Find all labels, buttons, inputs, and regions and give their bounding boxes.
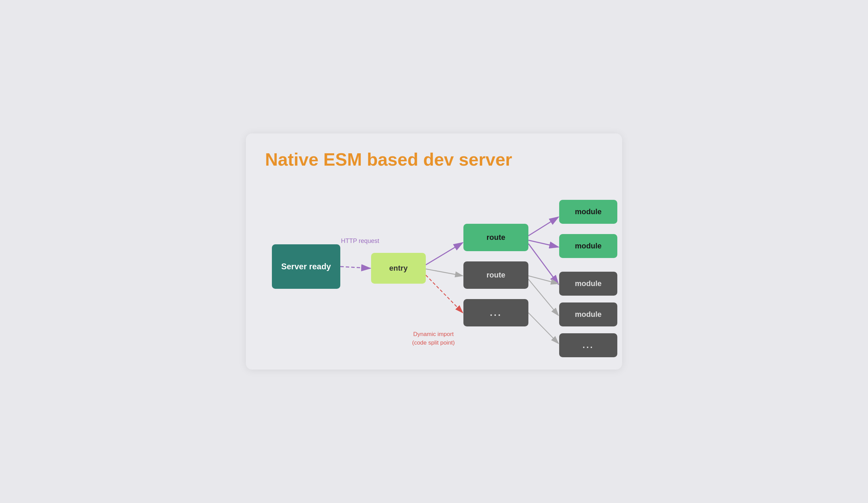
svg-line-5 xyxy=(528,240,558,247)
module-2-node: module xyxy=(559,234,617,258)
svg-line-3 xyxy=(426,275,463,313)
svg-line-1 xyxy=(426,243,463,265)
module-4-node: module xyxy=(559,302,617,327)
module-5-node: ... xyxy=(559,333,617,357)
server-ready-node: Server ready xyxy=(272,244,340,289)
entry-node: entry xyxy=(371,253,426,284)
svg-line-6 xyxy=(528,244,558,284)
svg-line-2 xyxy=(426,269,463,276)
route-green-node: route xyxy=(463,224,528,251)
http-request-label: HTTP request xyxy=(341,237,379,245)
svg-line-7 xyxy=(528,276,558,284)
svg-line-4 xyxy=(528,217,558,236)
module-3-node: module xyxy=(559,272,617,296)
dynamic-import-label: Dynamic import(code split point) xyxy=(412,330,455,347)
route-gray-node: route xyxy=(463,261,528,289)
svg-line-9 xyxy=(528,313,558,343)
module-1-node: module xyxy=(559,200,617,224)
dots-gray-node: ... xyxy=(463,299,528,327)
slide-title: Native ESM based dev server xyxy=(265,150,603,170)
slide: Native ESM based dev server xyxy=(246,133,622,369)
svg-line-8 xyxy=(528,279,558,316)
svg-line-0 xyxy=(340,267,370,268)
diagram: HTTP request Dynamic import(code split p… xyxy=(265,186,603,350)
